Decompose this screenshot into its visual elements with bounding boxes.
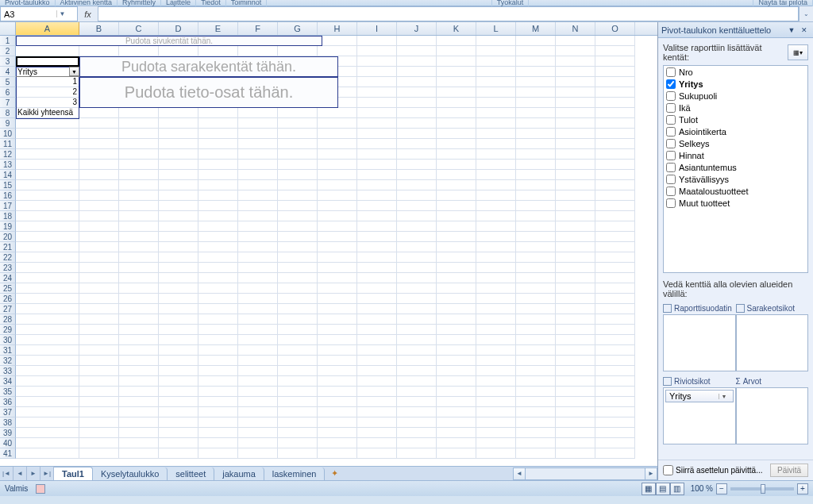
row-header[interactable]: 17	[0, 201, 16, 211]
cell[interactable]	[198, 325, 238, 335]
cell[interactable]	[159, 325, 198, 335]
column-header[interactable]: H	[318, 22, 357, 35]
cell[interactable]	[476, 397, 516, 407]
ribbon-group[interactable]	[267, 0, 491, 6]
cell[interactable]	[516, 170, 556, 180]
cell[interactable]	[159, 417, 198, 428]
cell[interactable]	[198, 417, 238, 428]
field-list-layout-button[interactable]: ▦▾	[788, 44, 808, 60]
task-pane-close-button[interactable]: ✕	[799, 25, 810, 36]
cell[interactable]	[238, 129, 278, 139]
ribbon-group[interactable]: Nayta tai piilota	[753, 0, 813, 6]
cell[interactable]	[397, 77, 437, 87]
cell[interactable]	[437, 139, 476, 149]
cell[interactable]	[437, 314, 476, 325]
cell[interactable]	[595, 335, 635, 345]
cell[interactable]	[437, 273, 476, 283]
cell[interactable]	[79, 428, 119, 438]
cell[interactable]	[16, 448, 79, 459]
cell[interactable]	[556, 77, 595, 87]
field-checkbox[interactable]	[666, 187, 676, 196]
cell[interactable]	[397, 283, 437, 294]
cell[interactable]	[198, 397, 238, 407]
cell[interactable]	[476, 221, 516, 232]
cell[interactable]	[238, 438, 278, 448]
row-header[interactable]: 15	[0, 180, 16, 190]
cell[interactable]	[278, 221, 318, 232]
cell[interactable]	[318, 118, 357, 129]
cell[interactable]	[556, 325, 595, 335]
cell[interactable]	[556, 417, 595, 428]
cell[interactable]	[437, 366, 476, 376]
ribbon-group[interactable]: Ryhmittely	[118, 0, 161, 6]
row-header[interactable]: 36	[0, 397, 16, 407]
cell[interactable]	[397, 160, 437, 170]
row-header[interactable]: 14	[0, 170, 16, 180]
tab-next-button[interactable]: ►	[27, 467, 40, 480]
formula-expand-button[interactable]: ⌄	[799, 6, 813, 21]
cell[interactable]	[357, 149, 397, 160]
cell[interactable]	[278, 335, 318, 345]
cell[interactable]	[318, 232, 357, 242]
cell[interactable]	[476, 387, 516, 397]
cell[interactable]	[397, 221, 437, 232]
cell[interactable]	[556, 108, 595, 118]
cell[interactable]	[198, 387, 238, 397]
cell[interactable]	[357, 160, 397, 170]
cell[interactable]	[357, 283, 397, 294]
cell[interactable]	[595, 263, 635, 273]
cell[interactable]	[437, 294, 476, 304]
row-header[interactable]: 10	[0, 129, 16, 139]
cell[interactable]	[278, 438, 318, 448]
cell[interactable]	[476, 98, 516, 108]
rows-area-item-dropdown[interactable]: ▼	[719, 394, 730, 399]
cell[interactable]	[516, 304, 556, 314]
cell[interactable]	[397, 108, 437, 118]
cell[interactable]	[516, 149, 556, 160]
page-break-view-button[interactable]: ▥	[670, 483, 684, 495]
cell[interactable]	[16, 283, 79, 294]
row-header[interactable]: 33	[0, 366, 16, 376]
cell[interactable]	[357, 242, 397, 252]
cell[interactable]	[556, 438, 595, 448]
tab-last-button[interactable]: ►|	[40, 467, 54, 480]
cell[interactable]	[556, 46, 595, 56]
cell[interactable]	[437, 129, 476, 139]
cell[interactable]	[238, 201, 278, 211]
cell[interactable]	[198, 356, 238, 366]
cell[interactable]	[318, 345, 357, 356]
cell[interactable]	[595, 283, 635, 294]
cell[interactable]	[159, 407, 198, 417]
cell[interactable]	[159, 252, 198, 263]
cell[interactable]	[476, 345, 516, 356]
cell[interactable]	[476, 149, 516, 160]
cell[interactable]	[397, 263, 437, 273]
cell[interactable]	[278, 46, 318, 56]
sheet-tab[interactable]: Taul1	[54, 467, 93, 480]
cell[interactable]	[397, 387, 437, 397]
cell[interactable]	[357, 366, 397, 376]
cell[interactable]	[278, 294, 318, 304]
cell[interactable]	[476, 160, 516, 170]
cell[interactable]	[397, 356, 437, 366]
cell[interactable]	[437, 190, 476, 201]
field-list-item[interactable]: Sukupuoli	[664, 90, 807, 102]
cell[interactable]	[516, 201, 556, 211]
cell[interactable]	[159, 221, 198, 232]
cell[interactable]	[516, 345, 556, 356]
cell[interactable]	[79, 242, 119, 252]
cell[interactable]	[595, 345, 635, 356]
cell[interactable]	[595, 376, 635, 387]
cell[interactable]	[318, 170, 357, 180]
cell[interactable]	[516, 335, 556, 345]
cell[interactable]	[437, 232, 476, 242]
cell[interactable]	[318, 304, 357, 314]
cell[interactable]	[159, 211, 198, 221]
cell[interactable]	[595, 273, 635, 283]
cell[interactable]	[357, 314, 397, 325]
cell[interactable]	[476, 325, 516, 335]
field-list-item[interactable]: Ystävällisyys	[664, 173, 807, 185]
cell[interactable]	[159, 366, 198, 376]
cell[interactable]	[238, 304, 278, 314]
cell[interactable]	[159, 170, 198, 180]
